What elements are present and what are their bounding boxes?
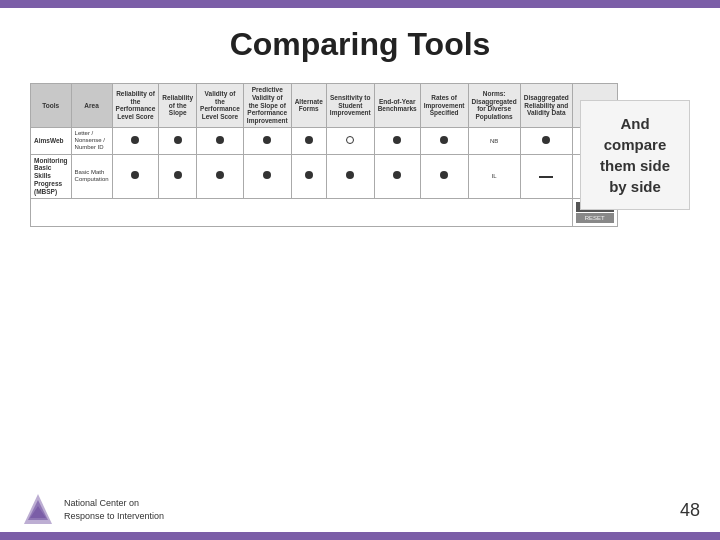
dot-full: [393, 136, 401, 144]
cell-alt-forms-2: [291, 154, 326, 198]
comparison-table: Tools Area Reliability of the Performanc…: [30, 83, 618, 227]
col-header-tools: Tools: [31, 84, 72, 128]
cell-pred-val-1: [243, 127, 291, 154]
dot-full: [131, 136, 139, 144]
footer-org-line2: Response to Intervention: [64, 510, 164, 523]
table-row: Monitoring Basic Skills Progress (MBSP) …: [31, 154, 618, 198]
side-text-content: And compare them side by side: [580, 100, 690, 210]
cell-rel-perf-1: [112, 127, 159, 154]
dot-full: [305, 171, 313, 179]
side-text-line2: them side: [600, 157, 670, 174]
cell-disagg-1: [520, 127, 572, 154]
dot-full: [305, 136, 313, 144]
footer-logo-area: National Center on Response to Intervent…: [20, 492, 164, 528]
title-area: Comparing Tools: [0, 8, 720, 73]
col-header-rates: Rates of Improvement Specified: [420, 84, 468, 128]
footer-org-line1: National Center on: [64, 497, 164, 510]
col-header-norms: Norms: Disaggregated for Diverse Populat…: [468, 84, 520, 128]
dot-full: [440, 171, 448, 179]
dot-full: [440, 136, 448, 144]
cell-sensitivity-2: [326, 154, 374, 198]
dot-full: [346, 171, 354, 179]
ncrti-logo-icon: [20, 492, 56, 528]
dash-icon: [539, 176, 553, 178]
dot-empty: [346, 136, 354, 144]
dot-full: [174, 136, 182, 144]
col-header-disagg: Disaggregated Reliability and Validity D…: [520, 84, 572, 128]
cell-rel-perf-2: [112, 154, 159, 198]
col-header-val-perf: Validity of the Performance Level Score: [197, 84, 244, 128]
page-title: Comparing Tools: [0, 26, 720, 63]
cell-end-year-1: [374, 127, 420, 154]
actions-spacer: [31, 198, 573, 226]
cell-val-perf-2: [197, 154, 244, 198]
cell-disagg-2: [520, 154, 572, 198]
side-text-line1: And compare: [604, 115, 667, 153]
footer-text: National Center on Response to Intervent…: [64, 497, 164, 522]
dot-full: [216, 171, 224, 179]
cell-norms-2: IL: [468, 154, 520, 198]
dot-full: [263, 171, 271, 179]
col-header-pred-val: Predictive Validity of the Slope of Perf…: [243, 84, 291, 128]
actions-row: COMPARE RESET: [31, 198, 618, 226]
dot-full: [263, 136, 271, 144]
col-header-area: Area: [71, 84, 112, 128]
cell-norms-1: NB: [468, 127, 520, 154]
col-header-end-year: End-of-Year Benchmarks: [374, 84, 420, 128]
cell-pred-val-2: [243, 154, 291, 198]
dot-full: [393, 171, 401, 179]
table-area: Tools Area Reliability of the Performanc…: [30, 83, 570, 227]
col-header-rel-perf: Reliability of the Performance Level Sco…: [112, 84, 159, 128]
cell-rel-slope-2: [159, 154, 197, 198]
col-header-alt-forms: Alternate Forms: [291, 84, 326, 128]
cell-val-perf-1: [197, 127, 244, 154]
cell-end-year-2: [374, 154, 420, 198]
bottom-accent-bar: [0, 532, 720, 540]
tool-name-2: Monitoring Basic Skills Progress (MBSP): [31, 154, 72, 198]
top-accent-bar: [0, 0, 720, 8]
cell-sensitivity-1: [326, 127, 374, 154]
cell-rates-2: [420, 154, 468, 198]
col-header-sensitivity: Sensitivity to Student Improvement: [326, 84, 374, 128]
tool-name-1: AimsWeb: [31, 127, 72, 154]
side-text-line3: by side: [609, 178, 661, 195]
tool-area-1: Letter / Nonsense / Number ID: [71, 127, 112, 154]
footer: National Center on Response to Intervent…: [0, 492, 720, 528]
main-content: Tools Area Reliability of the Performanc…: [0, 73, 720, 237]
cell-alt-forms-1: [291, 127, 326, 154]
dot-full: [542, 136, 550, 144]
tool-area-2: Basic Math Computation: [71, 154, 112, 198]
nb-label-1: NB: [490, 138, 498, 144]
cell-rel-slope-1: [159, 127, 197, 154]
il-label-2: IL: [492, 173, 497, 179]
dot-full: [216, 136, 224, 144]
cell-rates-1: [420, 127, 468, 154]
dot-full: [174, 171, 182, 179]
dot-full: [131, 171, 139, 179]
page-number: 48: [680, 500, 700, 521]
col-header-rel-slope: Reliability of the Slope: [159, 84, 197, 128]
side-text-box: And compare them side by side: [580, 83, 690, 227]
table-row: AimsWeb Letter / Nonsense / Number ID NB: [31, 127, 618, 154]
